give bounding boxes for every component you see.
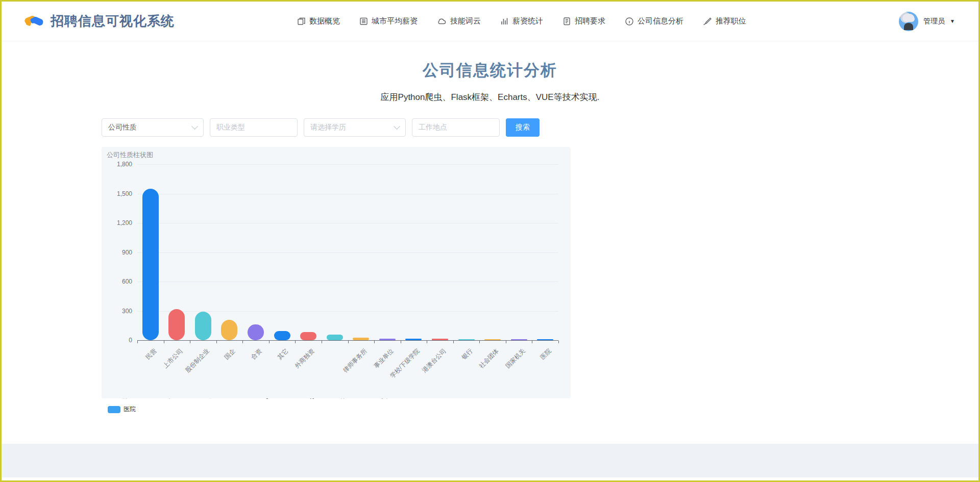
x-axis-label: 事业单位 <box>372 347 396 370</box>
bar-国企[interactable] <box>221 320 237 340</box>
y-axis-label: 1,500 <box>103 190 132 197</box>
skill-wordcloud-icon <box>437 17 447 26</box>
nav-item-label: 薪资统计 <box>512 16 543 26</box>
gridline <box>137 164 558 165</box>
bar-律师事务所[interactable] <box>353 338 369 340</box>
x-axis-label: 国家机关 <box>504 347 527 370</box>
x-axis-tick <box>401 341 401 343</box>
handshake-icon <box>24 12 44 31</box>
avatar[interactable] <box>899 12 918 31</box>
y-axis-label: 900 <box>103 249 132 256</box>
x-axis-tick <box>427 341 427 343</box>
x-axis-label: 民营 <box>144 347 159 362</box>
y-axis-label: 300 <box>103 308 132 315</box>
x-axis-tick <box>322 341 322 343</box>
bar-学校/下级学院[interactable] <box>405 339 422 340</box>
select-placeholder: 请选择学历 <box>310 123 346 132</box>
page-title: 公司信息统计分析 <box>2 60 978 81</box>
x-axis-label: 上市公司 <box>161 347 185 370</box>
x-axis-label: 外商独资 <box>293 347 316 370</box>
chevron-down-icon <box>394 123 400 130</box>
page-subtitle: 应用Python爬虫、Flask框架、Echarts、VUE等技术实现. <box>2 91 978 103</box>
user-menu[interactable]: 管理员 ▼ <box>899 12 955 31</box>
x-axis-label: 其它 <box>276 347 290 362</box>
y-axis-label: 1,800 <box>103 161 132 168</box>
x-axis-label: 股份制企业 <box>183 347 211 374</box>
education-select[interactable]: 请选择学历 <box>304 118 406 137</box>
gridline <box>137 194 558 194</box>
input-placeholder: 职业类型 <box>216 123 245 132</box>
x-axis-tick <box>506 341 506 343</box>
x-axis-label: 国企 <box>223 347 237 362</box>
bar-unnamed[interactable] <box>327 335 343 341</box>
nav-item-salary-stats[interactable]: 薪资统计 <box>500 16 543 26</box>
nav-item-label: 数据概览 <box>309 16 340 26</box>
nav-item-company-info[interactable]: 公司信息分析 <box>625 16 683 26</box>
bar-股份制企业[interactable] <box>195 312 211 340</box>
x-axis-tick <box>348 341 349 343</box>
x-axis-tick <box>558 341 559 343</box>
x-axis-tick <box>190 341 190 343</box>
brand-title: 招聘信息可视化系统 <box>51 12 175 30</box>
chevron-down-icon: ▼ <box>950 18 955 24</box>
nav-item-label: 公司信息分析 <box>638 16 683 26</box>
x-axis-tick <box>453 341 454 343</box>
filter-bar: 公司性质 职业类型 请选择学历 工作地点 搜索 <box>102 118 881 137</box>
nav-item-label: 技能词云 <box>450 16 481 26</box>
bar-港澳台公司[interactable] <box>432 339 448 340</box>
bar-民营[interactable] <box>142 189 159 340</box>
input-placeholder: 工作地点 <box>419 123 447 132</box>
bar-国家机关[interactable] <box>511 339 527 340</box>
legend-row: 医院 <box>108 405 409 414</box>
nav-menu: 数据概览 城市平均薪资 技能词云 <box>297 16 746 26</box>
x-axis-tick <box>479 341 480 343</box>
search-button[interactable]: 搜索 <box>506 118 540 137</box>
brand[interactable]: 招聘信息可视化系统 <box>24 12 175 31</box>
gridline <box>137 311 558 312</box>
gridline <box>137 223 558 223</box>
bar-上市公司[interactable] <box>168 309 185 340</box>
x-axis-label: 银行 <box>460 347 475 362</box>
legend-item-医院[interactable]: 医院 <box>108 405 136 414</box>
company-info-icon <box>625 17 634 26</box>
city-salary-icon <box>359 17 368 26</box>
select-value: 公司性质 <box>108 123 137 132</box>
nav-item-job-requirements[interactable]: 招聘要求 <box>562 16 605 26</box>
gridline <box>137 252 558 253</box>
location-input[interactable]: 工作地点 <box>412 118 500 137</box>
bar-事业单位[interactable] <box>379 339 396 340</box>
data-overview-icon <box>297 17 306 26</box>
recommend-jobs-icon <box>703 17 712 26</box>
bar-其它[interactable] <box>274 331 290 340</box>
bar-社会团体[interactable] <box>484 339 501 340</box>
nav-item-skill-wordcloud[interactable]: 技能词云 <box>437 16 481 26</box>
bar-chart-panel: 公司性质柱状图 03006009001,2001,5001,800民营上市公司股… <box>102 147 571 398</box>
x-axis-tick <box>137 341 138 343</box>
job-requirements-icon <box>562 17 571 26</box>
legend-swatch <box>108 406 120 413</box>
bar-外商独资[interactable] <box>300 332 316 340</box>
bar-银行[interactable] <box>458 339 475 340</box>
x-axis-label: 合资 <box>249 347 264 362</box>
x-axis-tick <box>374 341 375 343</box>
bar-chart-title: 公司性质柱状图 <box>107 150 153 160</box>
gridline <box>137 282 558 282</box>
x-axis-tick <box>269 341 270 343</box>
x-axis-tick <box>295 341 296 343</box>
company-nature-select[interactable]: 公司性质 <box>102 118 204 137</box>
legend-label: 医院 <box>124 405 136 414</box>
x-axis-tick <box>216 341 217 343</box>
bar-合资[interactable] <box>248 324 264 340</box>
top-nav: 招聘信息可视化系统 数据概览 城市平均薪资 <box>2 2 978 41</box>
nav-item-city-salary[interactable]: 城市平均薪资 <box>359 16 418 26</box>
nav-item-data-overview[interactable]: 数据概览 <box>297 16 340 26</box>
job-type-input[interactable]: 职业类型 <box>210 118 298 137</box>
chevron-down-icon <box>191 123 198 130</box>
nav-item-label: 招聘要求 <box>575 16 605 26</box>
x-axis-label: 社会团体 <box>477 347 501 370</box>
x-axis-label: 港澳台公司 <box>421 347 448 374</box>
bar-医院[interactable] <box>537 339 553 340</box>
y-axis-label: 600 <box>103 278 132 285</box>
nav-item-recommend-jobs[interactable]: 推荐职位 <box>703 16 746 26</box>
x-axis-label: 律师事务所 <box>341 347 369 374</box>
